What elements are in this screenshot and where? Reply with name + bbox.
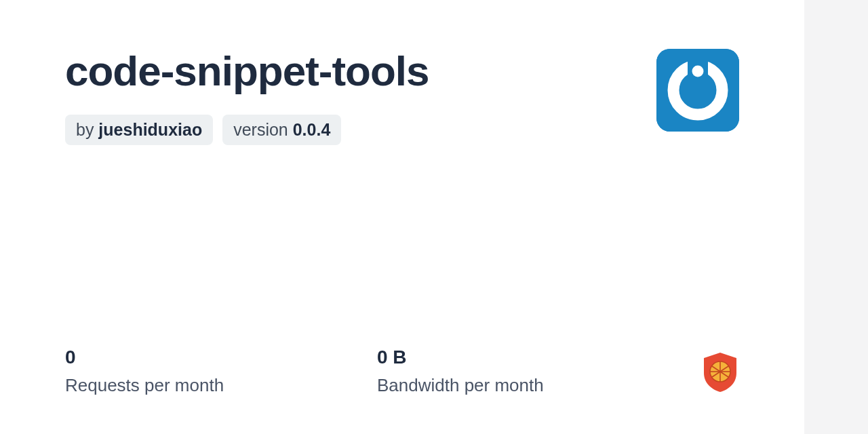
bandwidth-label: Bandwidth per month	[377, 375, 689, 396]
version-badge[interactable]: version 0.0.4	[222, 115, 341, 145]
bandwidth-value: 0 B	[377, 347, 689, 368]
jsdelivr-shield-icon	[701, 351, 739, 396]
requests-stat: 0 Requests per month	[65, 347, 377, 396]
avatar	[656, 49, 739, 132]
package-title: code-snippet-tools	[65, 49, 656, 93]
stats-row: 0 Requests per month 0 B Bandwidth per m…	[65, 347, 739, 396]
version-number: 0.0.4	[293, 120, 331, 139]
requests-value: 0	[65, 347, 377, 368]
svg-point-3	[692, 66, 704, 77]
bandwidth-stat: 0 B Bandwidth per month	[377, 347, 689, 396]
header-row: code-snippet-tools by jueshiduxiao versi…	[65, 49, 739, 145]
author-name: jueshiduxiao	[98, 120, 202, 139]
header-left: code-snippet-tools by jueshiduxiao versi…	[65, 49, 656, 145]
package-card: code-snippet-tools by jueshiduxiao versi…	[0, 0, 804, 434]
author-prefix: by	[76, 120, 98, 139]
requests-label: Requests per month	[65, 375, 377, 396]
right-strip	[804, 0, 868, 434]
version-prefix: version	[233, 120, 293, 139]
avatar-g-icon	[656, 49, 739, 132]
author-badge[interactable]: by jueshiduxiao	[65, 115, 213, 145]
badges: by jueshiduxiao version 0.0.4	[65, 115, 656, 145]
